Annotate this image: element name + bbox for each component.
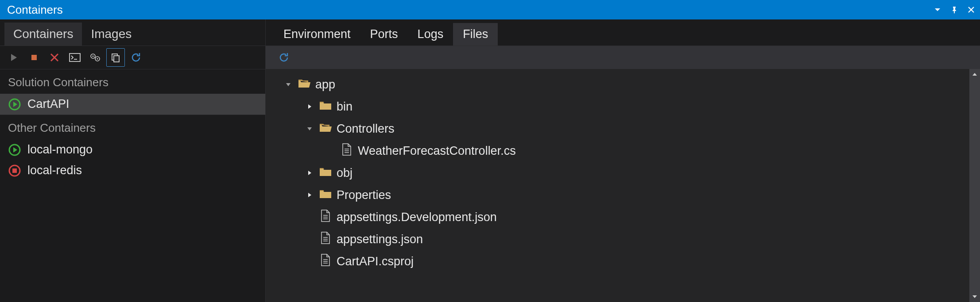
tree-file[interactable]: WeatherForecastController.cs [279, 140, 980, 162]
chevron-right-icon[interactable] [305, 190, 314, 200]
tree-file[interactable]: CartAPI.csproj [279, 250, 980, 272]
tree-folder[interactable]: bin [279, 96, 980, 118]
folder-icon [319, 165, 332, 181]
stop-icon [8, 164, 21, 177]
section-label: Solution Containers [8, 76, 108, 89]
tree-folder[interactable]: obj [279, 162, 980, 184]
file-icon [319, 209, 332, 226]
tree-node-label: bin [337, 100, 352, 114]
svg-rect-0 [31, 55, 37, 60]
tree-folder[interactable]: app [279, 73, 980, 96]
tree-file[interactable]: appsettings.Development.json [279, 206, 980, 228]
tab-label: Environment [283, 27, 351, 41]
tree-file[interactable]: appsettings.json [279, 228, 980, 250]
left-panel: Containers Images [0, 19, 266, 302]
svg-point-6 [97, 58, 98, 60]
containers-window: Containers Containers Images [0, 0, 980, 302]
left-toolbar [0, 46, 265, 69]
scroll-down-icon[interactable] [969, 291, 980, 302]
section-header-solution: Solution Containers [0, 69, 265, 94]
tab-logs[interactable]: Logs [408, 23, 453, 46]
container-name: CartAPI [27, 97, 70, 111]
tab-label: Ports [370, 27, 398, 41]
svg-rect-12 [12, 168, 17, 173]
container-name: local-redis [27, 164, 82, 177]
file-tree[interactable]: appbinControllersWeatherForecastControll… [266, 69, 980, 302]
tree-node-label: appsettings.json [337, 233, 423, 246]
refresh-files-button[interactable] [275, 48, 293, 67]
right-toolbar [266, 46, 980, 69]
play-icon [8, 143, 21, 157]
copy-button[interactable] [106, 48, 125, 67]
tree-node-label: appsettings.Development.json [337, 210, 497, 224]
tree-twisty-none [305, 256, 314, 266]
chevron-right-icon[interactable] [305, 102, 314, 111]
left-tabs: Containers Images [0, 19, 265, 46]
tab-label: Containers [13, 27, 73, 41]
refresh-button[interactable] [127, 48, 145, 67]
tab-ports[interactable]: Ports [360, 23, 408, 46]
scroll-up-icon[interactable] [969, 69, 980, 80]
title-bar: Containers [0, 0, 980, 19]
delete-button[interactable] [45, 48, 64, 67]
tree-twisty-none [305, 234, 314, 244]
tree-node-label: Properties [337, 188, 391, 202]
tree-folder[interactable]: Properties [279, 184, 980, 206]
tab-files[interactable]: Files [453, 23, 498, 46]
container-item[interactable]: CartAPI [0, 94, 265, 115]
folder-icon [298, 76, 311, 93]
tab-label: Files [463, 27, 488, 41]
chevron-down-icon[interactable] [283, 80, 293, 89]
chevron-down-icon[interactable] [305, 124, 314, 134]
tab-label: Images [91, 27, 132, 41]
tree-node-label: WeatherForecastController.cs [358, 144, 516, 158]
container-item[interactable]: local-mongo [0, 139, 265, 160]
start-button[interactable] [4, 48, 23, 67]
file-icon [319, 253, 332, 270]
file-icon [340, 143, 353, 159]
right-tabs: Environment Ports Logs Files [266, 19, 980, 46]
tree-node-label: app [315, 78, 335, 92]
terminal-button[interactable] [66, 48, 84, 67]
tree-node-label: Controllers [337, 122, 395, 136]
window-title: Containers [7, 3, 63, 17]
vertical-scrollbar[interactable] [969, 69, 980, 302]
folder-icon [319, 187, 332, 203]
tree-node-label: CartAPI.csproj [337, 255, 414, 268]
container-name: local-mongo [27, 143, 93, 157]
section-label: Other Containers [8, 121, 96, 134]
svg-rect-8 [114, 56, 119, 62]
tab-containers[interactable]: Containers [4, 23, 82, 46]
settings-button[interactable] [86, 48, 105, 67]
folder-icon [319, 121, 332, 137]
other-containers-list: local-mongo local-redis [0, 139, 265, 181]
tree-node-label: obj [337, 166, 352, 180]
tree-twisty-none [326, 146, 336, 156]
panel-body: Containers Images [0, 19, 980, 302]
pin-icon[interactable] [948, 4, 961, 16]
tree-folder[interactable]: Controllers [279, 118, 980, 140]
tab-label: Logs [418, 27, 444, 41]
stop-button[interactable] [25, 48, 43, 67]
tree-twisty-none [305, 212, 314, 222]
tab-environment[interactable]: Environment [274, 23, 360, 46]
chevron-right-icon[interactable] [305, 168, 314, 178]
play-icon [8, 98, 21, 111]
title-bar-controls [931, 0, 977, 19]
section-header-other: Other Containers [0, 115, 265, 139]
solution-containers-list: CartAPI [0, 94, 265, 115]
container-item[interactable]: local-redis [0, 160, 265, 181]
right-panel: Environment Ports Logs Files appbinContr… [266, 19, 980, 302]
folder-icon [319, 99, 332, 115]
window-dropdown-icon[interactable] [931, 4, 944, 16]
close-icon[interactable] [965, 4, 977, 16]
file-icon [319, 231, 332, 248]
svg-point-4 [93, 56, 94, 57]
svg-rect-1 [70, 54, 80, 61]
tab-images[interactable]: Images [82, 23, 140, 46]
